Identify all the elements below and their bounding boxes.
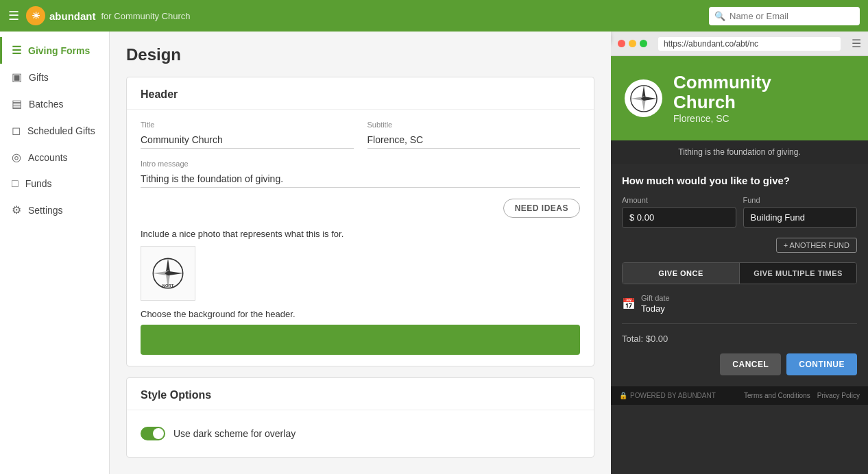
church-name-line2: Church bbox=[673, 92, 736, 112]
subtitle-input[interactable] bbox=[367, 132, 581, 149]
gift-date-label: Gift date bbox=[641, 294, 670, 302]
header-section-card: Header Title Subtitle Intro bbox=[126, 77, 594, 366]
bg-color-swatch[interactable] bbox=[141, 325, 580, 355]
style-options-heading: Style Options bbox=[127, 378, 594, 410]
action-buttons: CANCEL CONTINUE bbox=[622, 353, 857, 375]
giving-header-text: Community Church Florence, SC bbox=[673, 73, 771, 124]
title-subtitle-row: Title Subtitle bbox=[141, 121, 580, 149]
dot-green[interactable] bbox=[640, 40, 647, 47]
scheduled-gifts-icon: ◻ bbox=[12, 124, 21, 137]
fund-select[interactable]: Building Fund bbox=[743, 207, 858, 228]
giving-question: How much would you like to give? bbox=[622, 175, 857, 186]
photo-section: Include a nice photo that represents wha… bbox=[141, 229, 580, 301]
browser-chrome: https://abundant.co/abt/nc ☰ bbox=[611, 32, 868, 56]
bg-section: Choose the background for the header. bbox=[141, 309, 580, 355]
app-logo: ☀ abundant for Community Church bbox=[26, 6, 191, 25]
dark-scheme-label: Use dark scheme for overlay bbox=[173, 428, 296, 439]
intro-field: Intro message bbox=[141, 160, 580, 188]
search-input[interactable] bbox=[709, 7, 860, 25]
app-name: abundant bbox=[49, 10, 96, 22]
total-row: Total: $0.00 bbox=[622, 334, 857, 344]
terms-link[interactable]: Terms and Conditions bbox=[744, 392, 810, 399]
sidebar-item-gifts[interactable]: ▣ Gifts bbox=[0, 64, 109, 90]
dot-yellow[interactable] bbox=[629, 40, 636, 47]
svg-text:NORT: NORT bbox=[162, 284, 174, 288]
title-input[interactable] bbox=[141, 132, 354, 149]
giving-church-name: Community Church bbox=[673, 73, 771, 112]
sidebar-label-accounts: Accounts bbox=[28, 152, 68, 163]
sidebar-item-accounts[interactable]: ◎ Accounts bbox=[0, 144, 109, 171]
sidebar-item-giving-forms[interactable]: ☰ Giving Forms bbox=[0, 37, 109, 64]
search-icon: 🔍 bbox=[714, 11, 725, 21]
gift-date-row: 📅 Gift date Today bbox=[622, 294, 857, 324]
intro-input[interactable] bbox=[141, 171, 580, 188]
photo-placeholder[interactable]: NORT bbox=[141, 246, 195, 301]
settings-icon: ⚙ bbox=[12, 203, 21, 216]
powered-by-bar: 🔒 POWERED BY ABUNDANT Terms and Conditio… bbox=[611, 386, 868, 405]
need-ideas-button[interactable]: NEED IDEAS bbox=[503, 199, 580, 218]
subtitle-label: Subtitle bbox=[367, 121, 581, 129]
preview-panel: https://abundant.co/abt/nc ☰ ! bbox=[611, 32, 868, 474]
svg-marker-10 bbox=[640, 97, 656, 101]
title-label: Title bbox=[141, 121, 354, 129]
title-field: Title bbox=[141, 121, 354, 149]
give-once-button[interactable]: GIVE ONCE bbox=[623, 263, 739, 284]
top-nav: ☰ ☀ abundant for Community Church 🔍 bbox=[0, 0, 868, 32]
powered-by-label: POWERED BY ABUNDANT bbox=[630, 392, 716, 399]
giving-form-area: How much would you like to give? Amount … bbox=[611, 164, 868, 386]
amount-input[interactable] bbox=[622, 207, 736, 228]
giving-intro: Tithing is the foundation of giving. bbox=[611, 140, 868, 164]
preview-body: ! Community Church bbox=[611, 56, 868, 405]
browser-dots bbox=[618, 40, 647, 47]
dot-red[interactable] bbox=[618, 40, 625, 47]
sidebar-item-settings[interactable]: ⚙ Settings bbox=[0, 197, 109, 223]
toggle-thumb bbox=[153, 428, 164, 439]
another-fund-button[interactable]: + ANOTHER FUND bbox=[776, 238, 857, 253]
intro-message-preview: Tithing is the foundation of giving. bbox=[678, 147, 800, 157]
gift-date-value: Today bbox=[641, 303, 665, 314]
church-location: Florence, SC bbox=[673, 113, 771, 124]
total-label: Total: $0.00 bbox=[622, 334, 857, 344]
another-fund-row: + ANOTHER FUND bbox=[622, 238, 857, 253]
design-form: Design Header Title Subtitle bbox=[110, 32, 611, 474]
cancel-button[interactable]: CANCEL bbox=[720, 353, 781, 375]
amount-fund-row: Amount Fund Building Fund bbox=[622, 196, 857, 228]
bg-label: Choose the background for the header. bbox=[141, 309, 580, 319]
main-layout: ☰ Giving Forms ▣ Gifts ▤ Batches ◻ Sched… bbox=[0, 32, 868, 474]
dark-scheme-row: Use dark scheme for overlay bbox=[141, 421, 580, 446]
continue-button[interactable]: CONTINUE bbox=[786, 353, 857, 375]
privacy-link[interactable]: Privacy Policy bbox=[817, 392, 860, 399]
dark-scheme-toggle[interactable] bbox=[141, 427, 165, 440]
gifts-icon: ▣ bbox=[12, 71, 22, 84]
give-multiple-button[interactable]: GIVE MULTIPLE TIMES bbox=[740, 263, 856, 284]
sidebar-label-gifts: Gifts bbox=[29, 72, 49, 83]
sidebar-label-giving-forms: Giving Forms bbox=[28, 45, 90, 56]
giving-forms-icon: ☰ bbox=[12, 44, 21, 57]
sidebar-label-funds: Funds bbox=[25, 178, 52, 189]
sidebar-label-settings: Settings bbox=[28, 205, 63, 216]
compass-icon: NORT bbox=[151, 256, 185, 290]
powered-by-links: Terms and Conditions Privacy Policy bbox=[744, 392, 860, 399]
sidebar-item-scheduled-gifts[interactable]: ◻ Scheduled Gifts bbox=[0, 117, 109, 144]
giving-header-logo bbox=[625, 79, 662, 117]
browser-menu-icon[interactable]: ☰ bbox=[852, 37, 861, 50]
style-heading: Style Options bbox=[141, 389, 580, 401]
header-section-body: Title Subtitle Intro message NEED ID bbox=[127, 110, 594, 366]
hamburger-icon[interactable]: ☰ bbox=[8, 8, 19, 23]
header-section-heading: Header bbox=[127, 77, 594, 110]
search-bar: 🔍 bbox=[709, 7, 860, 25]
powered-by-left: 🔒 POWERED BY ABUNDANT bbox=[619, 392, 716, 399]
page-title: Design bbox=[126, 45, 594, 64]
compass-logo-icon bbox=[629, 84, 659, 114]
sidebar-item-batches[interactable]: ▤ Batches bbox=[0, 90, 109, 117]
intro-label: Intro message bbox=[141, 160, 580, 168]
sidebar: ☰ Giving Forms ▣ Gifts ▤ Batches ◻ Sched… bbox=[0, 32, 110, 474]
svg-marker-4 bbox=[165, 271, 183, 276]
browser-url: https://abundant.co/abt/nc bbox=[658, 37, 841, 51]
funds-icon: □ bbox=[12, 177, 19, 190]
calendar-icon: 📅 bbox=[622, 297, 636, 310]
sidebar-label-scheduled-gifts: Scheduled Gifts bbox=[27, 125, 95, 136]
sidebar-item-funds[interactable]: □ Funds bbox=[0, 171, 109, 197]
fund-label: Fund bbox=[743, 196, 858, 204]
fund-field: Fund Building Fund bbox=[743, 196, 858, 228]
